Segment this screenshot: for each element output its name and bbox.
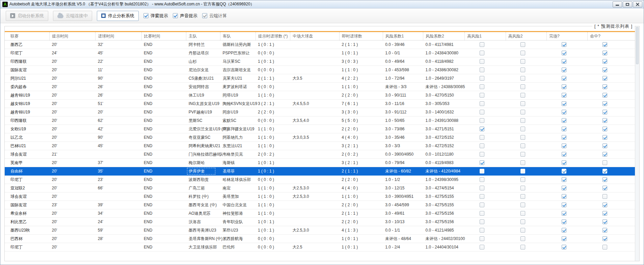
hit-checkbox[interactable] xyxy=(602,194,607,199)
finished-checkbox[interactable] xyxy=(562,219,566,224)
high-risk2-checkbox[interactable] xyxy=(520,177,525,182)
high-risk1-checkbox[interactable] xyxy=(480,186,484,190)
high-risk1-checkbox[interactable] xyxy=(480,84,484,89)
column-header-match-time[interactable]: 比赛时间 xyxy=(141,32,186,41)
finished-checkbox[interactable] xyxy=(562,118,566,123)
finished-checkbox[interactable] xyxy=(562,68,566,72)
minimize-button[interactable] xyxy=(613,1,622,7)
high-risk2-checkbox[interactable] xyxy=(520,110,525,114)
hit-checkbox[interactable] xyxy=(602,101,607,106)
hit-checkbox[interactable] xyxy=(602,236,607,241)
table-row[interactable]: 英南甲 20' 37' END 梅尔斯哈 海斯镇 1 ( 0 : 1 ) 3 (… xyxy=(5,159,635,167)
hit-checkbox[interactable] xyxy=(602,118,607,123)
column-header-high-risk1[interactable]: 高风险1 xyxy=(465,32,506,41)
table-row[interactable]: 越青锦U19 20' 26' END 体工U19 同塔U19 1 ( 1 : 0… xyxy=(5,91,635,100)
high-risk1-checkbox[interactable] xyxy=(480,101,484,106)
finished-checkbox[interactable] xyxy=(562,236,566,241)
column-header-halftime-line[interactable]: 中场大球盘 xyxy=(290,32,340,41)
finished-checkbox[interactable] xyxy=(562,194,566,199)
high-risk1-checkbox[interactable] xyxy=(480,110,484,114)
high-risk1-checkbox[interactable] xyxy=(480,118,484,123)
high-risk1-checkbox[interactable] xyxy=(480,59,484,64)
high-risk2-checkbox[interactable] xyxy=(520,203,525,207)
finished-checkbox[interactable] xyxy=(562,160,566,165)
column-header-tip-score[interactable]: 提示时进球数 (*) xyxy=(256,32,290,41)
close-button[interactable] xyxy=(633,1,642,7)
table-row[interactable]: 越女锦U19 20' 51' END ING太原女足U19 陶翰KSVN女足U1… xyxy=(5,100,635,108)
high-risk1-checkbox[interactable] xyxy=(480,152,484,157)
high-risk1-checkbox[interactable] xyxy=(480,42,484,47)
high-risk1-checkbox[interactable] xyxy=(480,143,484,148)
finished-checkbox[interactable] xyxy=(562,169,566,174)
high-risk2-checkbox[interactable] xyxy=(520,93,525,98)
hit-checkbox[interactable] xyxy=(602,177,607,182)
hit-checkbox[interactable] xyxy=(602,93,607,98)
high-risk1-checkbox[interactable] xyxy=(480,236,484,241)
finished-checkbox[interactable] xyxy=(562,101,566,106)
hit-checkbox[interactable] xyxy=(602,127,607,131)
hit-checkbox[interactable] xyxy=(602,76,607,81)
table-row[interactable]: 巴西杯 20' 28' END 圣塔库鲁斯RN (中) 累西腓航海 0 ( 0 … xyxy=(5,235,635,243)
hit-checkbox[interactable] xyxy=(602,84,607,89)
column-header-high-risk2[interactable]: 高风险2 xyxy=(506,32,546,41)
finished-checkbox[interactable] xyxy=(562,143,566,148)
high-risk2-checkbox[interactable] xyxy=(520,118,525,123)
high-risk2-checkbox[interactable] xyxy=(520,236,525,241)
high-risk2-checkbox[interactable] xyxy=(520,101,525,106)
hit-checkbox[interactable] xyxy=(602,160,607,165)
high-risk1-checkbox[interactable] xyxy=(480,135,484,140)
table-row[interactable]: 印尼丁 24' 45' END 丹那达塔尔 PSPP巴东班让 0 ( 0 : 0… xyxy=(5,49,635,57)
column-header-league[interactable]: 联赛 xyxy=(5,32,50,41)
table-row[interactable]: 墨西U23秋 20' 59' END 墨西哥美洲U23 莱昂U23 1 ( 0 … xyxy=(5,226,635,235)
finished-checkbox[interactable] xyxy=(562,211,566,216)
high-risk2-checkbox[interactable] xyxy=(520,186,525,190)
high-risk1-checkbox[interactable] xyxy=(480,194,484,199)
table-row[interactable]: 国际友谊 23' 39' END 墨西哥女足 (中) 中国台北女足 1 ( 1 … xyxy=(5,201,635,209)
high-risk2-checkbox[interactable] xyxy=(520,42,525,47)
table-row[interactable]: 巴林U21 20' 45' END 阿希利麦纳麦U21 东里法U21 1 ( 1… xyxy=(5,142,635,150)
hit-checkbox[interactable] xyxy=(602,203,607,207)
high-risk2-checkbox[interactable] xyxy=(520,160,525,165)
hit-checkbox[interactable] xyxy=(602,42,607,47)
table-row[interactable]: 国际友谊 20' 11' END 尼泊尔女足 吉尔吉斯坦女足 0 ( 0 : 0… xyxy=(5,66,635,74)
high-risk1-checkbox[interactable] xyxy=(480,51,484,55)
high-risk2-checkbox[interactable] xyxy=(520,219,525,224)
high-risk2-checkbox[interactable] xyxy=(520,169,525,174)
finished-checkbox[interactable] xyxy=(562,152,566,157)
table-row[interactable]: 球会友谊 20' END 科罗拉 (中) 美塔里加 1 ( 1 : 0 ) 大2… xyxy=(5,192,635,201)
finished-checkbox[interactable] xyxy=(562,93,566,98)
column-header-goal-time[interactable]: 进球时间 xyxy=(96,32,141,41)
finished-checkbox[interactable] xyxy=(562,135,566,140)
popup-alert-checkbox-box[interactable] xyxy=(143,13,149,18)
column-header-tip-time[interactable]: 提示时间 xyxy=(50,32,96,41)
high-risk2-checkbox[interactable] xyxy=(520,152,525,157)
hit-checkbox[interactable] xyxy=(602,51,607,55)
high-risk1-checkbox[interactable] xyxy=(480,177,484,182)
high-risk2-checkbox[interactable] xyxy=(520,51,525,55)
column-header-home-team[interactable]: 主队 xyxy=(186,32,220,41)
hit-checkbox[interactable] xyxy=(602,135,607,140)
high-risk2-checkbox[interactable] xyxy=(520,143,525,148)
high-risk1-checkbox[interactable] xyxy=(480,211,484,216)
table-row[interactable]: 球会友谊 21' END 门兴格拉德巴赫II队 韦格堡贝克 2 ( 0 : 2 … xyxy=(5,150,635,159)
high-risk1-checkbox[interactable] xyxy=(480,160,484,165)
high-risk1-checkbox[interactable] xyxy=(480,76,484,81)
high-risk2-checkbox[interactable] xyxy=(520,135,525,140)
finished-checkbox[interactable] xyxy=(562,186,566,190)
high-risk1-checkbox[interactable] xyxy=(480,228,484,233)
scrollbar-thumb[interactable] xyxy=(636,27,639,64)
finished-checkbox[interactable] xyxy=(562,76,566,81)
stop-analysis-button[interactable]: 停止分析系统 xyxy=(97,11,139,21)
finished-checkbox[interactable] xyxy=(562,110,566,114)
high-risk1-checkbox[interactable] xyxy=(480,245,484,249)
column-header-live-score[interactable]: 即时进球数 xyxy=(339,32,383,41)
hit-checkbox[interactable] xyxy=(602,186,607,190)
high-risk2-checkbox[interactable] xyxy=(520,76,525,81)
high-risk1-checkbox[interactable] xyxy=(480,169,484,174)
finished-checkbox[interactable] xyxy=(562,127,566,131)
column-header-hit[interactable]: 命中? xyxy=(588,32,635,41)
sound-alert-checkbox[interactable]: 声音提示 xyxy=(173,13,197,19)
hit-checkbox[interactable] xyxy=(602,110,607,114)
hit-checkbox[interactable] xyxy=(602,169,607,174)
start-analysis-button[interactable]: 启动分析系统 xyxy=(6,11,48,21)
